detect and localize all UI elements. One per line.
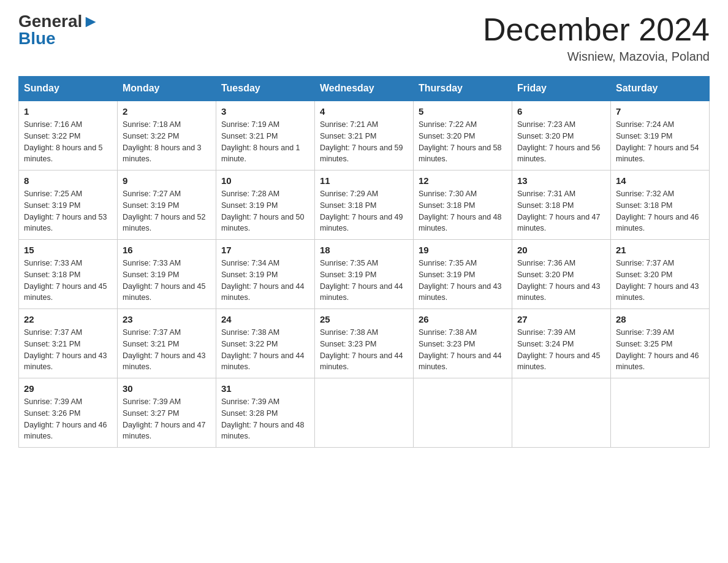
table-row: 8 Sunrise: 7:25 AMSunset: 3:19 PMDayligh…: [19, 170, 118, 240]
table-row: 25 Sunrise: 7:38 AMSunset: 3:23 PMDaylig…: [315, 309, 414, 378]
day-number: 21: [616, 245, 704, 255]
table-row: 6 Sunrise: 7:23 AMSunset: 3:20 PMDayligh…: [512, 101, 611, 170]
day-info: Sunrise: 7:33 AMSunset: 3:18 PMDaylight:…: [24, 259, 107, 302]
day-info: Sunrise: 7:23 AMSunset: 3:20 PMDaylight:…: [517, 120, 601, 163]
table-row: 9 Sunrise: 7:27 AMSunset: 3:19 PMDayligh…: [118, 170, 216, 240]
day-info: Sunrise: 7:18 AMSunset: 3:22 PMDaylight:…: [123, 120, 202, 163]
table-row: 14 Sunrise: 7:32 AMSunset: 3:18 PMDaylig…: [611, 170, 710, 240]
calendar-week-row: 1 Sunrise: 7:16 AMSunset: 3:22 PMDayligh…: [19, 101, 710, 170]
table-row: [611, 378, 710, 448]
day-info: Sunrise: 7:36 AMSunset: 3:20 PMDaylight:…: [517, 259, 601, 302]
day-info: Sunrise: 7:33 AMSunset: 3:19 PMDaylight:…: [123, 259, 206, 302]
day-number: 31: [221, 383, 309, 394]
table-row: 4 Sunrise: 7:21 AMSunset: 3:21 PMDayligh…: [315, 101, 414, 170]
table-row: 19 Sunrise: 7:35 AMSunset: 3:19 PMDaylig…: [414, 240, 512, 309]
table-row: 5 Sunrise: 7:22 AMSunset: 3:20 PMDayligh…: [414, 101, 512, 170]
table-row: 12 Sunrise: 7:30 AMSunset: 3:18 PMDaylig…: [414, 170, 512, 240]
day-info: Sunrise: 7:22 AMSunset: 3:20 PMDaylight:…: [419, 120, 502, 163]
day-info: Sunrise: 7:38 AMSunset: 3:23 PMDaylight:…: [320, 328, 403, 371]
logo: General► Blue: [18, 12, 99, 48]
day-number: 13: [517, 175, 605, 186]
day-number: 1: [24, 106, 112, 117]
day-number: 10: [221, 175, 309, 186]
day-info: Sunrise: 7:30 AMSunset: 3:18 PMDaylight:…: [419, 190, 502, 232]
table-row: 22 Sunrise: 7:37 AMSunset: 3:21 PMDaylig…: [19, 309, 118, 378]
table-row: 24 Sunrise: 7:38 AMSunset: 3:22 PMDaylig…: [216, 309, 315, 378]
day-number: 14: [616, 175, 704, 186]
table-row: 21 Sunrise: 7:37 AMSunset: 3:20 PMDaylig…: [611, 240, 710, 309]
day-number: 15: [24, 245, 112, 255]
day-info: Sunrise: 7:39 AMSunset: 3:26 PMDaylight:…: [24, 397, 107, 440]
table-row: 13 Sunrise: 7:31 AMSunset: 3:18 PMDaylig…: [512, 170, 611, 240]
day-info: Sunrise: 7:16 AMSunset: 3:22 PMDaylight:…: [24, 120, 103, 163]
calendar-week-row: 8 Sunrise: 7:25 AMSunset: 3:19 PMDayligh…: [19, 170, 710, 240]
day-info: Sunrise: 7:35 AMSunset: 3:19 PMDaylight:…: [320, 259, 403, 302]
calendar-week-row: 15 Sunrise: 7:33 AMSunset: 3:18 PMDaylig…: [19, 240, 710, 309]
day-number: 12: [419, 175, 507, 186]
day-info: Sunrise: 7:21 AMSunset: 3:21 PMDaylight:…: [320, 120, 403, 163]
table-row: 7 Sunrise: 7:24 AMSunset: 3:19 PMDayligh…: [611, 101, 710, 170]
table-row: 15 Sunrise: 7:33 AMSunset: 3:18 PMDaylig…: [19, 240, 118, 309]
day-number: 22: [24, 314, 112, 324]
location: Wisniew, Mazovia, Poland: [483, 50, 710, 64]
day-info: Sunrise: 7:19 AMSunset: 3:21 PMDaylight:…: [221, 120, 300, 163]
day-info: Sunrise: 7:37 AMSunset: 3:20 PMDaylight:…: [616, 259, 699, 302]
day-info: Sunrise: 7:31 AMSunset: 3:18 PMDaylight:…: [517, 190, 601, 232]
calendar-week-row: 29 Sunrise: 7:39 AMSunset: 3:26 PMDaylig…: [19, 378, 710, 448]
day-number: 4: [320, 106, 408, 117]
day-number: 5: [419, 106, 507, 117]
logo-line2: Blue: [18, 29, 56, 48]
table-row: 23 Sunrise: 7:37 AMSunset: 3:21 PMDaylig…: [118, 309, 216, 378]
day-info: Sunrise: 7:39 AMSunset: 3:28 PMDaylight:…: [221, 397, 305, 440]
day-info: Sunrise: 7:35 AMSunset: 3:19 PMDaylight:…: [419, 259, 502, 302]
day-number: 16: [123, 245, 211, 255]
col-monday: Monday: [118, 77, 216, 101]
day-info: Sunrise: 7:37 AMSunset: 3:21 PMDaylight:…: [123, 328, 206, 371]
day-number: 26: [419, 314, 507, 324]
day-info: Sunrise: 7:39 AMSunset: 3:25 PMDaylight:…: [616, 328, 699, 371]
col-friday: Friday: [512, 77, 611, 101]
calendar-table: Sunday Monday Tuesday Wednesday Thursday…: [18, 76, 710, 448]
page-header: General► Blue December 2024 Wisniew, Maz…: [18, 12, 710, 64]
day-number: 30: [123, 383, 211, 394]
day-number: 24: [221, 314, 309, 324]
table-row: [512, 378, 611, 448]
col-sunday: Sunday: [19, 77, 118, 101]
day-number: 17: [221, 245, 309, 255]
table-row: [315, 378, 414, 448]
table-row: 26 Sunrise: 7:38 AMSunset: 3:23 PMDaylig…: [414, 309, 512, 378]
day-info: Sunrise: 7:39 AMSunset: 3:27 PMDaylight:…: [123, 397, 206, 440]
day-info: Sunrise: 7:34 AMSunset: 3:19 PMDaylight:…: [221, 259, 305, 302]
col-saturday: Saturday: [611, 77, 710, 101]
day-number: 2: [123, 106, 211, 117]
table-row: 2 Sunrise: 7:18 AMSunset: 3:22 PMDayligh…: [118, 101, 216, 170]
day-number: 11: [320, 175, 408, 186]
day-number: 27: [517, 314, 605, 324]
day-number: 25: [320, 314, 408, 324]
calendar-header-row: Sunday Monday Tuesday Wednesday Thursday…: [19, 77, 710, 101]
day-number: 28: [616, 314, 704, 324]
day-info: Sunrise: 7:25 AMSunset: 3:19 PMDaylight:…: [24, 190, 107, 232]
day-info: Sunrise: 7:29 AMSunset: 3:18 PMDaylight:…: [320, 190, 403, 232]
day-info: Sunrise: 7:27 AMSunset: 3:19 PMDaylight:…: [123, 190, 206, 232]
col-thursday: Thursday: [414, 77, 512, 101]
table-row: 18 Sunrise: 7:35 AMSunset: 3:19 PMDaylig…: [315, 240, 414, 309]
table-row: 27 Sunrise: 7:39 AMSunset: 3:24 PMDaylig…: [512, 309, 611, 378]
day-info: Sunrise: 7:28 AMSunset: 3:19 PMDaylight:…: [221, 190, 305, 232]
day-number: 7: [616, 106, 704, 117]
table-row: 10 Sunrise: 7:28 AMSunset: 3:19 PMDaylig…: [216, 170, 315, 240]
day-number: 19: [419, 245, 507, 255]
table-row: 20 Sunrise: 7:36 AMSunset: 3:20 PMDaylig…: [512, 240, 611, 309]
table-row: 29 Sunrise: 7:39 AMSunset: 3:26 PMDaylig…: [19, 378, 118, 448]
day-number: 18: [320, 245, 408, 255]
col-tuesday: Tuesday: [216, 77, 315, 101]
calendar-week-row: 22 Sunrise: 7:37 AMSunset: 3:21 PMDaylig…: [19, 309, 710, 378]
day-number: 9: [123, 175, 211, 186]
day-number: 23: [123, 314, 211, 324]
day-info: Sunrise: 7:38 AMSunset: 3:23 PMDaylight:…: [419, 328, 502, 371]
month-title: December 2024: [483, 12, 710, 47]
day-info: Sunrise: 7:38 AMSunset: 3:22 PMDaylight:…: [221, 328, 305, 371]
day-number: 20: [517, 245, 605, 255]
day-info: Sunrise: 7:39 AMSunset: 3:24 PMDaylight:…: [517, 328, 601, 371]
table-row: 11 Sunrise: 7:29 AMSunset: 3:18 PMDaylig…: [315, 170, 414, 240]
